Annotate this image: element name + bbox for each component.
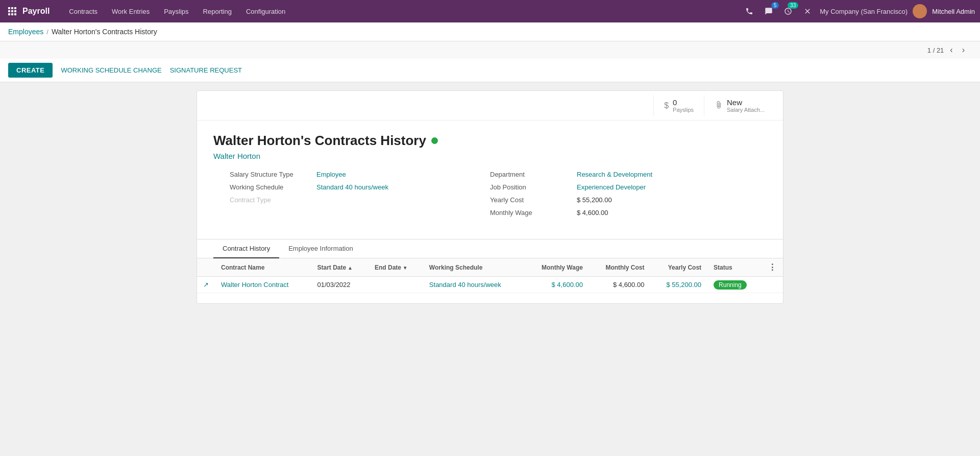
contract-type-label: Contract Type [230, 196, 311, 204]
monthly-wage-value: $ 4,600.00 [577, 209, 608, 217]
th-monthly-cost[interactable]: Monthly Cost [589, 258, 650, 277]
create-button[interactable]: CREATE [8, 63, 53, 78]
clock-icon[interactable]: 33 [781, 4, 795, 18]
th-start-date[interactable]: Start Date [311, 258, 369, 277]
row-menu[interactable] [762, 277, 783, 293]
working-schedule-change-link[interactable]: WORKING SCHEDULE CHANGE [61, 66, 161, 74]
status-badge-running: Running [714, 280, 747, 290]
user-avatar[interactable] [913, 4, 927, 18]
row-monthly-cost: $ 4,600.00 [589, 277, 650, 293]
employee-name-link[interactable]: Walter Horton [213, 152, 767, 160]
pager-next-button[interactable]: › [959, 44, 968, 56]
salary-attach-count: New [727, 98, 765, 107]
row-working-schedule[interactable]: Standard 40 hours/week [423, 277, 525, 293]
working-schedule-label: Working Schedule [230, 183, 311, 191]
payslips-stat[interactable]: $ 0 Payslips [653, 95, 704, 116]
th-menu[interactable]: ⋮ [762, 258, 783, 277]
status-dot [431, 137, 438, 144]
pager-text: 1 / 21 [927, 46, 944, 54]
payslips-count: 0 [673, 98, 694, 107]
pager-prev-button[interactable]: ‹ [947, 44, 955, 56]
job-position-label: Job Position [490, 183, 572, 191]
salary-structure-value[interactable]: Employee [316, 171, 346, 178]
close-icon[interactable] [800, 4, 815, 18]
messages-badge: 5 [771, 2, 779, 9]
svg-rect-6 [8, 13, 10, 15]
salary-structure-label: Salary Structure Type [230, 171, 311, 178]
grid-menu-icon[interactable] [5, 4, 19, 18]
payslips-label: Payslips [673, 107, 694, 113]
tab-contract-history[interactable]: Contract History [213, 239, 279, 258]
company-name: My Company (San Francisco) [820, 8, 908, 15]
yearly-cost-field: Yearly Cost $ 55,200.00 [490, 196, 750, 204]
svg-rect-2 [14, 7, 16, 9]
th-contract-name[interactable]: Contract Name [215, 258, 311, 277]
user-name: Mitchell Admin [932, 8, 975, 15]
fields-right: Department Research & Development Job Po… [490, 171, 750, 217]
record-card: $ 0 Payslips New Salary Attach... Walter… [197, 90, 783, 304]
record-title: Walter Horton's Contracts History [213, 133, 767, 149]
salary-structure-field: Salary Structure Type Employee [230, 171, 490, 178]
working-schedule-value[interactable]: Standard 40 hours/week [316, 183, 388, 191]
action-bar: CREATE WORKING SCHEDULE CHANGE SIGNATURE… [0, 59, 980, 82]
breadcrumb-current: Walter Horton's Contracts History [52, 28, 157, 36]
svg-rect-8 [14, 13, 16, 15]
th-yearly-cost[interactable]: Yearly Cost [650, 258, 707, 277]
job-position-value[interactable]: Experienced Developer [577, 183, 646, 191]
department-label: Department [490, 171, 572, 178]
svg-rect-7 [11, 13, 13, 15]
nav-right: 5 33 My Company (San Francisco) Mitchell… [742, 4, 975, 18]
tab-employee-information[interactable]: Employee Information [279, 239, 362, 258]
nav-work-entries[interactable]: Work Entries [106, 5, 156, 18]
tabs-bar: Contract History Employee Information [197, 239, 783, 258]
phone-icon[interactable] [742, 4, 756, 18]
row-status: Running [707, 277, 762, 293]
pager-bar: 1 / 21 ‹ › [0, 41, 980, 59]
row-yearly-cost: $ 55,200.00 [650, 277, 707, 293]
table-row: ↗ Walter Horton Contract 01/03/2022 Stan… [197, 277, 783, 293]
row-link-icon[interactable]: ↗ [197, 277, 215, 293]
clock-badge: 33 [788, 2, 798, 9]
th-end-date[interactable]: End Date [369, 258, 423, 277]
svg-rect-4 [11, 10, 13, 12]
dollar-icon: $ [664, 101, 669, 110]
salary-attach-stat[interactable]: New Salary Attach... [704, 95, 775, 116]
department-value[interactable]: Research & Development [577, 171, 652, 178]
salary-attach-label: Salary Attach... [727, 107, 765, 113]
svg-rect-1 [11, 7, 13, 9]
record-header: Walter Horton's Contracts History Walter… [197, 121, 783, 235]
svg-rect-5 [14, 10, 16, 12]
yearly-cost-label: Yearly Cost [490, 196, 572, 204]
th-monthly-wage[interactable]: Monthly Wage [525, 258, 589, 277]
monthly-wage-label: Monthly Wage [490, 209, 572, 217]
contract-table-wrap: Contract Name Start Date End Date Workin… [197, 258, 783, 303]
record-title-text: Walter Horton's Contracts History [213, 133, 426, 149]
contract-type-field: Contract Type [230, 196, 490, 204]
working-schedule-field: Working Schedule Standard 40 hours/week [230, 183, 490, 191]
stat-bar: $ 0 Payslips New Salary Attach... [197, 91, 783, 121]
yearly-cost-value: $ 55,200.00 [577, 196, 612, 204]
nav-payslips[interactable]: Payslips [158, 5, 194, 18]
fields-grid: Salary Structure Type Employee Working S… [213, 171, 767, 227]
signature-request-link[interactable]: SIGNATURE REQUEST [170, 66, 242, 74]
fields-left: Salary Structure Type Employee Working S… [230, 171, 490, 217]
th-icon [197, 258, 215, 277]
nav-contracts[interactable]: Contracts [63, 5, 104, 18]
nav-links: Contracts Work Entries Payslips Reportin… [63, 5, 739, 18]
app-name: Payroll [22, 7, 50, 16]
svg-rect-3 [8, 10, 10, 12]
breadcrumb: Employees / Walter Horton's Contracts Hi… [0, 22, 980, 41]
messages-icon[interactable]: 5 [762, 4, 776, 18]
breadcrumb-separator: / [46, 28, 48, 36]
main-content: $ 0 Payslips New Salary Attach... Walter… [0, 82, 980, 312]
monthly-wage-field: Monthly Wage $ 4,600.00 [490, 209, 750, 217]
attach-icon [715, 101, 723, 111]
breadcrumb-parent[interactable]: Employees [8, 28, 43, 36]
row-contract-name[interactable]: Walter Horton Contract [215, 277, 311, 293]
th-working-schedule[interactable]: Working Schedule [423, 258, 525, 277]
nav-configuration[interactable]: Configuration [240, 5, 291, 18]
nav-reporting[interactable]: Reporting [197, 5, 238, 18]
top-navigation: Payroll Contracts Work Entries Payslips … [0, 0, 980, 22]
th-status[interactable]: Status [707, 258, 762, 277]
job-position-field: Job Position Experienced Developer [490, 183, 750, 191]
